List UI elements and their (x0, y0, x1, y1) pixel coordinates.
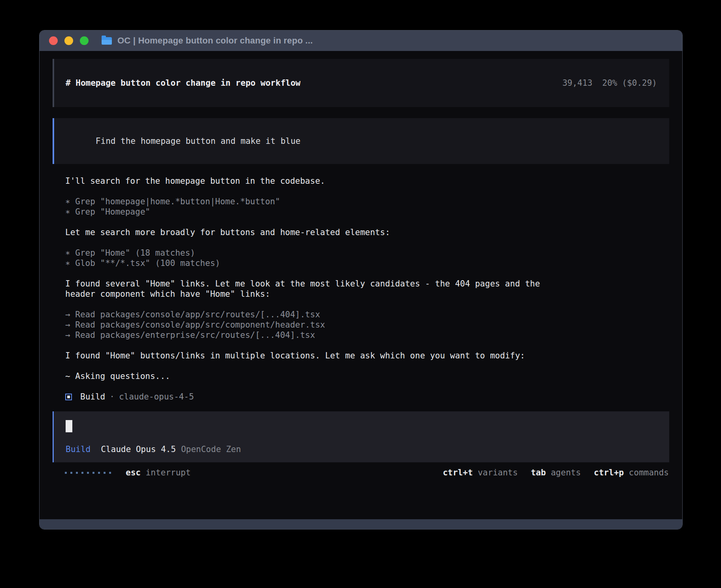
text-cursor (66, 420, 72, 432)
token-count: 39,413 (562, 78, 593, 88)
prompt-input[interactable]: Build Claude Opus 4.5 OpenCode Zen (53, 411, 669, 462)
input-model-label: Claude Opus 4.5 (101, 444, 176, 454)
transcript-line (65, 186, 669, 196)
transcript-line (65, 217, 669, 227)
terminal-content: # Homepage button color change in repo w… (40, 51, 682, 519)
hint-key-esc: esc (126, 468, 141, 477)
hint-space (624, 468, 629, 477)
transcript-line (65, 340, 669, 351)
transcript-line: ∗ Grep "Home" (18 matches) (65, 248, 669, 258)
hint-item: tab agents (531, 468, 581, 477)
spinner-dot (87, 472, 89, 474)
transcript-line (65, 299, 669, 309)
hint-space (473, 468, 478, 477)
agent-box-icon (65, 394, 72, 400)
transcript-line: → Read packages/console/app/src/routes/[… (65, 309, 669, 320)
transcript-line: ∗ Grep "homepage|home.*button|Home.*butt… (65, 196, 669, 207)
hint-key: ctrl+t (443, 468, 473, 477)
context-percent: 20% (602, 78, 617, 88)
zoom-button[interactable] (80, 36, 89, 45)
transcript-line: → Read packages/console/app/src/componen… (65, 320, 669, 330)
session-title: # Homepage button color change in repo w… (66, 78, 300, 88)
spinner-dot (76, 472, 78, 474)
user-message: Find the homepage button and make it blu… (53, 118, 669, 164)
session-header: # Homepage button color change in repo w… (53, 59, 669, 107)
window-titlebar[interactable]: OC | Homepage button color change in rep… (40, 30, 682, 51)
hint-item: ctrl+t variants (443, 468, 518, 477)
transcript: I'll search for the homepage button in t… (65, 176, 669, 392)
spinner-dot (98, 472, 100, 474)
folder-icon (102, 37, 112, 45)
keyboard-hints: ctrl+t variants tab agents ctrl+p comman… (443, 468, 669, 477)
transcript-line: ~ Asking questions... (65, 371, 669, 381)
transcript-line: I'll search for the homepage button in t… (65, 176, 669, 186)
close-button[interactable] (49, 36, 58, 45)
input-meta-row: Build Claude Opus 4.5 OpenCode Zen (66, 444, 657, 454)
agent-separator: · (109, 392, 115, 401)
transcript-line: I found "Home" buttons/links in multiple… (65, 351, 669, 361)
transcript-line (65, 381, 669, 392)
input-provider-label: OpenCode Zen (181, 444, 241, 454)
traffic-lights (49, 36, 89, 45)
hint-space (546, 468, 551, 477)
agent-model: claude-opus-4-5 (119, 392, 194, 401)
hint-label: agents (551, 468, 581, 477)
spinner-dot (81, 472, 83, 474)
transcript-line: I found several "Home" links. Let me loo… (65, 279, 669, 289)
terminal-window: OC | Homepage button color change in rep… (39, 30, 683, 530)
hint-key: tab (531, 468, 546, 477)
spinner-dot (70, 472, 72, 474)
hint-interrupt: esc interrupt (126, 468, 191, 477)
status-footer: esc interrupt ctrl+t variants tab agents… (53, 467, 669, 478)
window-title: OC | Homepage button color change in rep… (117, 36, 313, 46)
session-cost: ($0.29) (622, 78, 657, 88)
spinner-dots-icon (65, 472, 111, 474)
transcript-line: ∗ Glob "**/*.tsx" (100 matches) (65, 258, 669, 268)
hint-label-interrupt (141, 468, 146, 477)
agent-name: Build (80, 392, 105, 401)
window-bottom-edge (40, 519, 682, 529)
spinner-dot (104, 472, 106, 474)
transcript-line: ∗ Grep "Homepage" (65, 207, 669, 217)
spinner-dot (65, 472, 67, 474)
user-message-text: Find the homepage button and make it blu… (96, 136, 300, 146)
spinner-dot (109, 472, 111, 474)
hint-label: variants (478, 468, 518, 477)
hint-key: ctrl+p (594, 468, 624, 477)
session-stats: 39,41320%($0.29) (523, 69, 657, 97)
agent-status-line: Build · claude-opus-4-5 (65, 392, 669, 402)
transcript-line: Let me search more broadly for buttons a… (65, 227, 669, 237)
transcript-line: → Read packages/enterprise/src/routes/[.… (65, 330, 669, 340)
spinner-dot (92, 472, 94, 474)
transcript-line (65, 361, 669, 371)
input-agent-label: Build (66, 444, 91, 454)
hint-label-interrupt-text: interrupt (146, 468, 191, 477)
transcript-line: header component which have "Home" links… (65, 289, 669, 299)
minimize-button[interactable] (64, 36, 73, 45)
empty-space (53, 478, 669, 519)
transcript-line (65, 237, 669, 248)
hint-label: commands (629, 468, 669, 477)
transcript-line (65, 268, 669, 279)
hint-item: ctrl+p commands (594, 468, 669, 477)
